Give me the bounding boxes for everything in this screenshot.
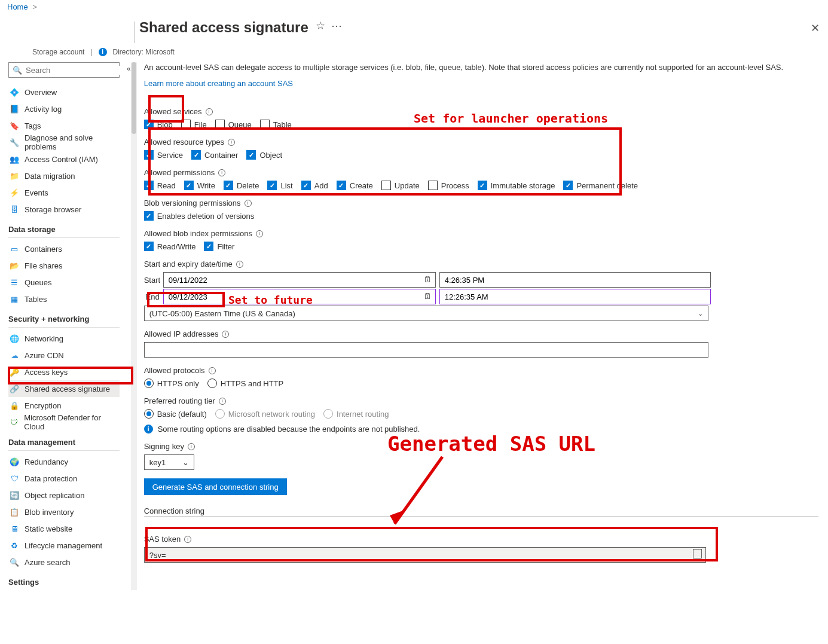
generate-sas-button[interactable]: Generate SAS and connection string [144,478,287,495]
favorite-star-icon[interactable]: ☆ [316,19,325,32]
sidebar-collapse-icon[interactable]: « [123,62,131,590]
end-date-input[interactable]: 🗓 [163,289,436,304]
sidebar-item[interactable]: 🔧Diagnose and solve problems [8,134,120,151]
info-icon[interactable]: i [184,536,191,543]
info-icon[interactable]: i [188,443,195,450]
start-time-input[interactable] [439,272,711,288]
home-link[interactable]: Home [7,2,28,11]
checkbox[interactable]: Permanent delete [563,181,638,190]
info-icon[interactable]: i [256,230,263,237]
checkbox[interactable]: Process [428,181,469,190]
checkbox[interactable]: Write [184,181,215,190]
checkbox-box[interactable] [224,181,233,190]
checkbox[interactable]: Service [144,150,183,160]
sidebar-item[interactable]: 🔄Object replication [8,487,120,503]
checkbox[interactable]: Table [260,120,292,129]
checkbox[interactable]: Immutable storage [478,181,555,190]
checkbox[interactable]: List [267,181,292,190]
checkbox[interactable]: Read/Write [144,242,196,251]
sidebar-item[interactable]: ☁Azure CDN [8,347,120,364]
checkbox-box[interactable] [144,181,154,190]
sidebar-item[interactable]: 👥Access Control (IAM) [8,151,120,167]
checkbox-box[interactable] [144,150,154,160]
checkbox-box[interactable] [267,181,277,190]
sidebar-item[interactable]: ▦Tables [8,291,120,307]
checkbox[interactable]: File [181,120,207,129]
sidebar-item[interactable]: 📘Activity log [8,100,120,117]
checkbox-box[interactable] [478,181,487,190]
checkbox[interactable]: Enables deletion of versions [144,211,255,221]
checkbox-box[interactable] [181,120,191,129]
learn-more-link[interactable]: Learn more about creating an account SAS [144,79,293,88]
checkbox[interactable]: Container [191,150,238,160]
checkbox-box[interactable] [144,211,154,221]
info-icon[interactable]: i [236,261,243,268]
info-icon[interactable]: i [218,169,225,176]
checkbox[interactable]: Create [337,181,373,190]
info-icon[interactable]: i [228,139,235,146]
sidebar-item[interactable]: ⚡Events [8,184,120,201]
radio[interactable]: HTTPS only [144,379,199,388]
start-date-input[interactable]: 🗓 [163,272,436,288]
sidebar-item[interactable]: 📋Blob inventory [8,503,120,520]
info-icon[interactable]: i [222,331,229,338]
info-icon[interactable]: i [209,367,216,374]
info-icon[interactable]: i [219,398,226,405]
radio[interactable]: HTTPS and HTTP [207,379,283,388]
checkbox-box[interactable] [215,120,225,129]
sidebar-item[interactable]: 📂File shares [8,257,120,274]
sidebar-item[interactable]: 🔗Shared access signature [8,380,120,397]
checkbox-box[interactable] [184,181,194,190]
checkbox-box[interactable] [144,120,154,129]
timezone-select[interactable]: (UTC-05:00) Eastern Time (US & Canada) ⌄ [144,306,708,321]
sidebar-item[interactable]: 🗄Storage browser [8,201,120,218]
copy-icon[interactable] [694,550,702,560]
radio[interactable]: Basic (default) [144,409,207,419]
sidebar-item[interactable]: ▭Containers [8,240,120,257]
info-icon[interactable]: i [245,200,252,207]
checkbox[interactable]: Update [381,181,420,190]
checkbox[interactable]: Delete [224,181,259,190]
sidebar-item[interactable]: 📁Data migration [8,167,120,184]
calendar-icon[interactable]: 🗓 [424,292,432,301]
sidebar-item[interactable]: 🔒Encryption [8,397,120,414]
sidebar-item[interactable]: ☰Queues [8,274,120,291]
checkbox-box[interactable] [144,242,154,251]
search-input[interactable] [26,66,126,75]
checkbox[interactable]: Read [144,181,176,190]
checkbox-box[interactable] [428,181,438,190]
sas-token-output[interactable]: ?sv= [144,547,706,563]
sidebar-item[interactable]: 🌍Redundancy [8,453,120,470]
checkbox-box[interactable] [204,242,213,251]
checkbox[interactable]: Filter [204,242,234,251]
close-icon[interactable]: ✕ [811,22,820,35]
checkbox-box[interactable] [563,181,573,190]
sidebar-item[interactable]: ♻Lifecycle management [8,537,120,554]
checkbox-box[interactable] [191,150,201,160]
calendar-icon[interactable]: 🗓 [424,275,432,284]
allowed-ip-input[interactable] [144,342,708,358]
sidebar-item[interactable]: 🔍Azure search [8,554,120,570]
checkbox[interactable]: Add [301,181,328,190]
end-time-input[interactable] [439,289,711,304]
signing-key-select[interactable]: key1 ⌄ [144,454,194,470]
sidebar-search[interactable]: 🔍 [8,62,120,78]
info-icon[interactable]: i [206,108,213,115]
sidebar-item[interactable]: 💠Overview [8,84,120,100]
checkbox-box[interactable] [301,181,311,190]
checkbox-box[interactable] [260,120,270,129]
checkbox-box[interactable] [246,150,256,160]
more-menu-icon[interactable]: ⋯ [331,19,343,32]
sidebar-item[interactable]: 🌐Networking [8,330,120,347]
checkbox[interactable]: Blob [144,120,173,129]
checkbox-box[interactable] [337,181,346,190]
checkbox-box[interactable] [381,181,391,190]
sidebar-item[interactable]: 🛡Data protection [8,470,120,487]
checkbox[interactable]: Queue [215,120,252,129]
sidebar-item[interactable]: 🛡Microsoft Defender for Cloud [8,414,120,431]
sidebar-item[interactable]: 🔑Access keys [8,364,120,380]
sidebar-item[interactable]: 🖥Static website [8,520,120,537]
checkbox[interactable]: Object [246,150,282,160]
sidebar-item[interactable]: 🔖Tags [8,117,120,134]
blade-scrollbar[interactable] [131,62,137,590]
